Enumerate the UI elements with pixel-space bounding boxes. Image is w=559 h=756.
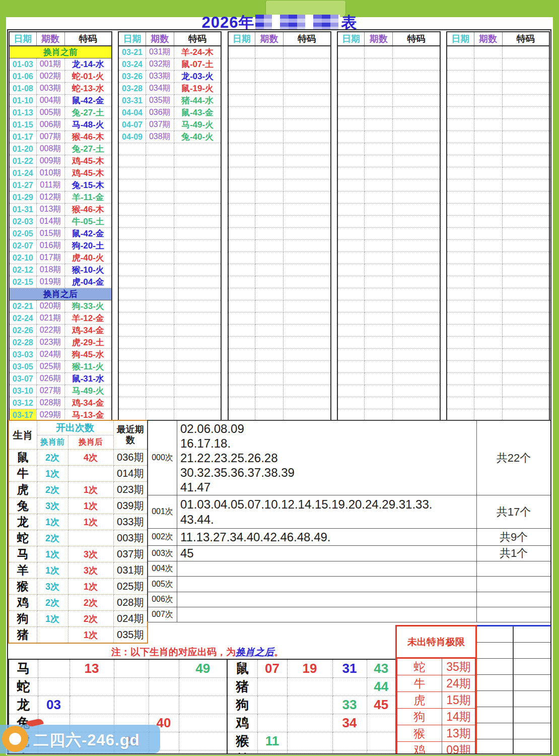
stats-count-after: 2次 — [68, 595, 113, 611]
unreleased-zodiac-limit-box: 未出特肖极限 蛇 35期 牛 24期 — [395, 625, 477, 754]
special-code: 鼠-42-金 — [72, 96, 104, 105]
empty-row — [118, 240, 221, 252]
zodiac-label: 羊 — [227, 750, 257, 755]
period-cell: 008期 — [36, 143, 64, 155]
special-code-cell: 鼠-31-水 — [64, 373, 112, 385]
stats-recent-period: 033期 — [113, 514, 148, 530]
code-cell — [179, 732, 227, 750]
empty-row — [118, 409, 221, 421]
special-code: 牛-05-土 — [72, 217, 104, 226]
empty-row — [447, 252, 549, 264]
freq-codes — [177, 577, 477, 592]
special-code-cell: 兔-27-土 — [64, 143, 112, 155]
freq-label: 005次 — [148, 577, 177, 592]
zodiac-code-row: 龙 03 — [9, 696, 227, 714]
code-cell: 44 — [367, 678, 396, 696]
date-cell: 01-20 — [9, 143, 36, 155]
date-cell: 02-10 — [9, 252, 36, 264]
stats-count-before: 3次 — [37, 498, 68, 514]
col-header-date: 日期 — [337, 32, 365, 46]
date-cell: 03-31 — [118, 95, 146, 107]
zodiac-code-row: 鸡 34 — [227, 714, 396, 732]
code-cell — [179, 696, 227, 714]
date-cell: 01-17 — [9, 131, 36, 143]
empty-row — [337, 58, 440, 71]
period-cell: 009期 — [36, 155, 64, 167]
stats-zodiac: 龙 — [9, 514, 37, 530]
period-cell: 013期 — [36, 204, 64, 216]
empty-row — [337, 179, 440, 192]
limit-table: 蛇 35期 牛 24期 虎 15期 — [397, 658, 475, 754]
stats-count-before: 1次 — [37, 546, 68, 562]
col-header-period: 期数 — [36, 32, 64, 46]
date-cell: 01-13 — [9, 107, 36, 119]
empty-row — [337, 325, 440, 337]
date-cell: 02-28 — [9, 337, 36, 349]
empty-row — [228, 58, 331, 71]
limit-row: 虎 15期 — [397, 692, 475, 709]
special-code-cell: 狗-33-火 — [64, 300, 112, 312]
empty-row — [118, 167, 221, 179]
empty-row — [447, 143, 549, 155]
limit-zodiac: 鸡 — [397, 742, 442, 755]
stats-zodiac: 猪 — [9, 627, 37, 644]
period-cell: 015期 — [36, 228, 64, 240]
empty-row — [447, 216, 549, 228]
date-cell: 03-28 — [118, 83, 146, 95]
special-code: 羊-12-金 — [72, 313, 104, 323]
empty-row — [447, 264, 549, 276]
special-code-cell: 兔-40-火 — [174, 131, 221, 143]
empty-row — [228, 252, 331, 264]
empty-row — [228, 119, 331, 131]
limit-periods: 24期 — [442, 675, 475, 692]
stats-row: 蛇 2次 003期 — [9, 530, 148, 546]
empty-row — [228, 361, 331, 373]
special-code: 鼠-42-金 — [72, 229, 104, 238]
special-code: 猪-44-水 — [181, 96, 214, 105]
zodiac-code-row: 狗 33 45 — [227, 696, 396, 714]
stats-count-after: 1次 — [68, 579, 113, 595]
special-code-cell: 兔-27-土 — [64, 107, 112, 119]
code-cell: 12 — [257, 750, 287, 755]
zodiac-code-row: 马 13 49 — [9, 659, 227, 678]
col-header-special: 特码 — [393, 32, 440, 46]
stats-zodiac: 羊 — [9, 562, 37, 579]
zodiac-code-row: 蛇 — [9, 678, 227, 696]
stats-recent-period: 023期 — [113, 482, 148, 498]
record-table-3: 日期 期数 特码 — [228, 31, 331, 422]
period-cell: 010期 — [36, 167, 64, 179]
empty-row — [228, 95, 331, 107]
code-cell — [69, 678, 114, 696]
stats-count-before: 1次 — [37, 514, 68, 530]
special-code-cell: 牛-05-土 — [64, 216, 112, 228]
draw-row: 03-31 035期 猪-44-水 — [118, 95, 221, 107]
col-header-special: 特码 — [502, 32, 549, 46]
code-cell — [38, 659, 69, 678]
draw-row: 02-26 022期 鸡-34-金 — [9, 325, 112, 337]
empty-row — [228, 288, 331, 300]
stats-count-after — [68, 530, 113, 546]
stats-recent-period: 003期 — [113, 530, 148, 546]
period-cell: 011期 — [36, 179, 64, 192]
draw-row: 03-26 033期 龙-03-火 — [118, 71, 221, 83]
stats-count-before: 1次 — [37, 611, 68, 627]
date-cell: 02-26 — [9, 325, 36, 337]
date-cell: 03-10 — [9, 385, 36, 397]
special-code: 狗-33-火 — [72, 301, 104, 311]
watermark-logo-icon — [2, 726, 28, 752]
empty-row — [337, 397, 440, 409]
code-cell — [257, 678, 287, 696]
col-header-date: 日期 — [228, 32, 255, 46]
date-cell: 01-27 — [9, 179, 36, 192]
empty-row — [337, 373, 440, 385]
empty-row — [337, 276, 440, 288]
watermark-banner: 二四六-246.gd — [0, 725, 160, 753]
code-cell — [179, 678, 227, 696]
stats-count-before: 1次 — [37, 466, 68, 482]
special-code: 鼠-43-金 — [181, 108, 214, 117]
period-cell: 019期 — [36, 276, 64, 288]
empty-row — [447, 204, 549, 216]
special-code-cell: 鸡-34-金 — [64, 325, 112, 337]
stats-count-after: 3次 — [68, 546, 113, 562]
period-cell: 026期 — [36, 373, 64, 385]
